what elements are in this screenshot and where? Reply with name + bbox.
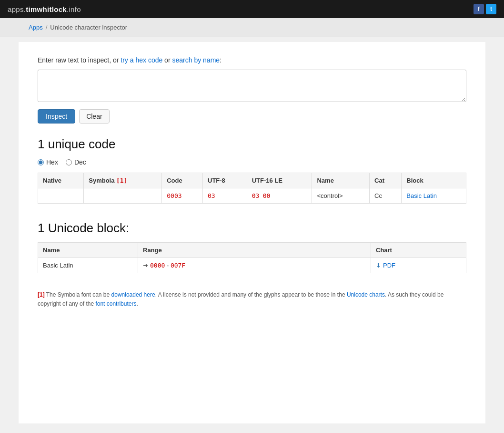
breadcrumb-apps-link[interactable]: Apps (29, 24, 43, 31)
twitter-icon[interactable]: t (486, 4, 496, 14)
text-input[interactable] (38, 70, 466, 102)
cell-code: 0003 (162, 188, 203, 204)
range-arrow-icon: ➜ (143, 262, 148, 269)
instruction-text: Enter raw text to inspect, or try a hex … (38, 56, 466, 64)
topbar-icons: f t (474, 4, 496, 14)
block-name-cell: Basic Latin (38, 258, 138, 273)
col-native: Native (38, 173, 84, 188)
unicode-charts-link[interactable]: Unicode charts (347, 291, 385, 298)
site-title: apps.timwhitlock.info (8, 5, 81, 13)
footnote: [1] The Symbola font can be downloaded h… (38, 290, 466, 309)
font-contributors-link[interactable]: font contributers (95, 300, 136, 307)
breadcrumb-current: Unicode character inspector (50, 24, 127, 31)
footnote-text-end: . (136, 300, 138, 307)
characters-table: Native Symbola [1] Code UTF-8 UTF-16 LE … (38, 173, 466, 204)
cell-char-name: <control> (312, 188, 370, 204)
title-suffix: .info (67, 5, 81, 13)
instruction-after: : (220, 56, 222, 64)
blocks-header-row: Name Range Chart (38, 243, 466, 258)
blocks-heading: 1 Unicode block: (38, 221, 466, 236)
hex-code-link[interactable]: try a hex code (121, 56, 162, 64)
footnote-text-middle: . A license is not provided and many of … (155, 291, 347, 298)
cell-symbola (84, 188, 162, 204)
download-link[interactable]: downloaded here (111, 291, 155, 298)
facebook-icon[interactable]: f (474, 4, 484, 14)
range-separator: - (165, 262, 171, 269)
encoding-radio-group: Hex Dec (38, 158, 466, 166)
cell-category: Cc (370, 188, 402, 204)
cell-native (38, 188, 84, 204)
block-link[interactable]: Basic Latin (406, 192, 437, 199)
characters-table-header-row: Native Symbola [1] Code UTF-8 UTF-16 LE … (38, 173, 466, 188)
col-utf16: UTF-16 LE (247, 173, 312, 188)
unicode-blocks-section: 1 Unicode block: Name Range Chart Basic … (38, 221, 466, 273)
col-symbola: Symbola [1] (84, 173, 162, 188)
utf16-part-1: 00 (263, 192, 271, 199)
characters-table-body: 00030303 00<control>CcBasic Latin (38, 188, 466, 204)
blocks-table-row: Basic Latin➜0000 - 007F⬇PDF (38, 258, 466, 273)
inspect-button[interactable]: Inspect (38, 109, 75, 124)
footnote-ref: [1] (38, 291, 45, 298)
hex-radio[interactable] (38, 159, 44, 165)
utf16-part-0: 03 (252, 192, 260, 199)
blocks-col-chart: Chart (371, 243, 466, 258)
download-icon: ⬇ (376, 262, 381, 269)
block-chart-cell: ⬇PDF (371, 258, 466, 273)
cell-utf16: 03 00 (247, 188, 312, 204)
blocks-table: Name Range Chart Basic Latin➜0000 - 007F… (38, 242, 466, 273)
col-code: Code (162, 173, 203, 188)
instruction-middle: or (162, 56, 172, 64)
col-utf8: UTF-8 (203, 173, 247, 188)
pdf-link[interactable]: PDF (383, 262, 395, 269)
dec-radio[interactable] (66, 159, 72, 165)
instruction-before: Enter raw text to inspect, or (38, 56, 121, 64)
blocks-col-range: Range (138, 243, 371, 258)
topbar: apps.timwhitlock.info f t (0, 0, 504, 18)
dec-radio-label[interactable]: Dec (66, 158, 86, 166)
cell-utf8: 03 (203, 188, 247, 204)
col-block: Block (402, 173, 466, 188)
results-heading: 1 unique code (38, 137, 466, 152)
col-cat: Cat (370, 173, 402, 188)
dec-label: Dec (74, 158, 86, 166)
blocks-table-head: Name Range Chart (38, 243, 466, 258)
utf8-value: 03 (208, 192, 215, 199)
breadcrumb: Apps / Unicode character inspector (0, 18, 504, 37)
block-range-cell: ➜0000 - 007F (138, 258, 371, 273)
col-name: Name (312, 173, 370, 188)
table-row: 00030303 00<control>CcBasic Latin (38, 188, 466, 204)
button-row: Inspect Clear (38, 109, 466, 124)
title-brand: timwhitlock (26, 5, 67, 13)
blocks-table-body: Basic Latin➜0000 - 007F⬇PDF (38, 258, 466, 273)
title-prefix: apps. (8, 5, 26, 13)
code-value: 0003 (167, 192, 181, 199)
cell-block: Basic Latin (402, 188, 466, 204)
range-start: 0000 (150, 262, 165, 269)
breadcrumb-separator: / (46, 24, 48, 31)
characters-table-head: Native Symbola [1] Code UTF-8 UTF-16 LE … (38, 173, 466, 188)
main-content: Enter raw text to inspect, or try a hex … (19, 42, 485, 423)
clear-button[interactable]: Clear (79, 109, 109, 124)
hex-radio-label[interactable]: Hex (38, 158, 58, 166)
blocks-col-name: Name (38, 243, 138, 258)
footnote-text-before: The Symbola font can be (45, 291, 111, 298)
hex-label: Hex (46, 158, 58, 166)
range-end: 007F (171, 262, 185, 269)
name-search-link[interactable]: search by name (172, 56, 220, 64)
